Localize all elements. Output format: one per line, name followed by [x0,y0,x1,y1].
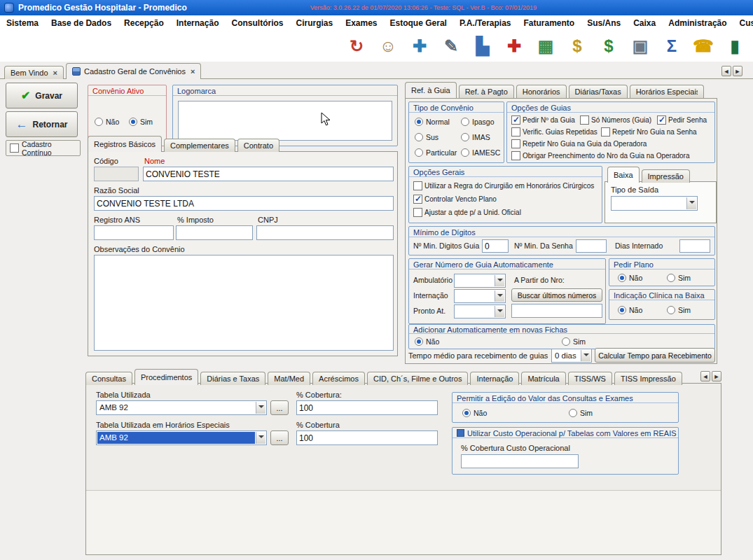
menu-item-estoque-geral[interactable]: Estoque Geral [384,15,453,31]
detalhe-scroll-right-icon[interactable]: ► [712,371,721,382]
tab-tiss-impressao[interactable]: TISS Impressão [614,372,682,385]
min-digitos-guia-input[interactable] [482,239,509,253]
buscar-ultimos-numeros-button[interactable]: Buscar últimos números [511,288,602,302]
tab-diarias-taxas[interactable]: Diárias/Taxas [569,85,628,98]
codigo-input[interactable] [94,167,139,181]
tab-matricula[interactable]: Matrícula [521,372,565,385]
menu-item-administracao[interactable]: Administração [662,15,733,31]
radio-normal[interactable]: Normal [415,118,450,126]
tab-honorarios[interactable]: Honorários [516,85,567,98]
custo-cobertura-input[interactable] [461,454,579,468]
check-controlar-vencto[interactable]: Controlar Vencto Plano [413,195,497,204]
tab-consultas[interactable]: Consultas [85,372,132,385]
menu-item-faturamento[interactable]: Faturamento [517,15,581,31]
radio-indicacao-sim[interactable]: Sim [667,306,691,314]
dropdown-arrow-icon[interactable] [256,402,265,414]
radio-pedir-plano-nao[interactable]: Não [618,274,642,282]
phone-icon[interactable]: ☎ [691,34,716,59]
tab-cid-chs-filme[interactable]: CID, Ch´s, Filme e Outros [367,372,469,385]
dropdown-arrow-icon[interactable] [256,432,265,444]
tab-bem-vindo[interactable]: Bem Vindo × [4,66,64,79]
menu-item-custo[interactable]: Custo [733,15,753,31]
manual-icon[interactable]: ▮ [722,34,747,59]
tab-complementares[interactable]: Complementares [164,139,235,152]
dropdown-arrow-icon[interactable] [581,350,590,361]
menu-item-recepcao[interactable]: Recepção [118,15,170,31]
tipo-saida-combobox[interactable] [611,196,698,211]
tab-scroll-left-icon[interactable]: ◄ [721,66,731,76]
tab-scroll-right-icon[interactable]: ► [733,66,742,76]
radio-sus[interactable]: Sus [415,133,438,141]
radio-convenio-nao[interactable]: Não [95,118,119,126]
ambulatorio-combobox[interactable] [454,274,506,288]
tab-contrato[interactable]: Contrato [237,139,279,152]
tab-mat-med[interactable]: Mat/Med [268,372,310,385]
tab-cadastro-geral-convenios[interactable]: Cadastro Geral de Convênios × [66,63,201,79]
tab-acrescimos[interactable]: Acréscimos [312,372,365,385]
accounting-icon[interactable]: Σ [659,34,684,59]
hospital-bed-icon[interactable]: ▙ [470,34,495,59]
cobertura1-input[interactable] [296,400,438,415]
detalhe-scroll-left-icon[interactable]: ◄ [700,371,710,382]
tabela-especiais-combobox[interactable]: AMB 92 [96,430,267,445]
tab-ref-a-guia[interactable]: Ref. à Guia [405,82,457,98]
menu-item-consultorios[interactable]: Consultórios [225,15,289,31]
cnpj-input[interactable] [256,225,394,240]
dropdown-arrow-icon[interactable] [495,275,504,286]
gravar-button[interactable]: ✔ Gravar [6,83,78,108]
calcular-tempo-button[interactable]: Calcular Tempo para Recebimento [595,348,715,363]
tab-diarias-e-taxas[interactable]: Diárias e Taxas [200,372,265,385]
observacoes-textarea[interactable] [94,255,394,351]
radio-ipasgo[interactable]: Ipasgo [461,118,495,126]
radio-iamesc[interactable]: IAMESC [461,148,500,157]
radio-adicionar-nao[interactable]: Não [415,337,439,346]
custo-operacional-checkbox[interactable] [457,429,464,437]
cadastro-continuo-checkbox[interactable] [10,144,19,153]
sync-icon[interactable]: ↻ [344,34,369,59]
doctor-icon[interactable]: ✚ [407,34,432,59]
menu-item-cirurgias[interactable]: Cirurgias [289,15,339,31]
check-repetir-nro-senha[interactable]: Repetir Nro Guia na Senha [601,127,697,136]
menu-item-exames[interactable]: Exames [339,15,383,31]
razao-social-input[interactable] [94,196,394,211]
tab-registros-basicos[interactable]: Registros Básicos [88,136,162,152]
radio-indicacao-nao[interactable]: Não [618,306,642,314]
tab-tiss-ws[interactable]: TISS/WS [568,372,612,385]
close-icon[interactable]: × [53,69,57,77]
reports-map-icon[interactable]: ▦ [533,34,558,59]
check-regra-cirurgiao[interactable]: Utilizar a Regra do Cirurgião em Honorár… [413,181,594,190]
radio-permitir-nao[interactable]: Não [462,409,487,417]
tab-internacao-detalhe[interactable]: Internação [470,372,519,385]
tempo-medio-combobox[interactable]: 0 dias [551,349,592,363]
menu-item-sus-ans[interactable]: Sus/Ans [581,15,627,31]
radio-pedir-plano-sim[interactable]: Sim [667,274,691,282]
a-partir-do-nro-input[interactable] [511,304,602,318]
tab-horarios-especiais[interactable]: Horários Especiais [630,85,704,98]
internacao-combobox[interactable] [454,289,506,303]
check-repetir-nro-guia-operadora[interactable]: Repetir Nro Guia na Guia da Operadora [511,139,647,148]
radio-permitir-sim[interactable]: Sim [569,409,593,417]
patients-icon[interactable]: ☺ [375,34,401,59]
check-pedir-senha[interactable]: Pedir Senha [657,115,707,125]
tab-baixa[interactable]: Baixa [607,167,640,183]
cadastro-continuo-toggle[interactable]: Cadastro Contínuo [6,140,81,156]
menu-item-caixa[interactable]: Caixa [627,15,662,31]
close-icon[interactable]: × [191,67,195,76]
dias-internado-input[interactable] [679,239,710,253]
safe-icon[interactable]: ▣ [628,34,653,59]
radio-particular[interactable]: Particular [415,148,457,157]
radio-convenio-sim[interactable]: Sim [129,118,153,126]
dropdown-arrow-icon[interactable] [495,290,504,302]
finance-icon[interactable]: $ [596,34,621,59]
menu-item-base-de-dados[interactable]: Base de Dados [45,15,118,31]
tab-ref-a-pagto[interactable]: Ref. à Pagto [459,85,514,98]
retornar-button[interactable]: ← Retornar [6,111,78,137]
menu-item-internacao[interactable]: Internação [170,15,226,31]
menu-item-sistema[interactable]: Sistema [0,15,45,31]
menu-item-pa-terapias[interactable]: P.A./Terapias [453,15,518,31]
tab-impressao[interactable]: Impressão [642,169,690,183]
pronto-at-combobox[interactable] [454,304,506,318]
registro-ans-input[interactable] [94,225,174,240]
tabela-especiais-browse-button[interactable]: ... [270,430,289,445]
imposto-input[interactable] [176,225,253,240]
